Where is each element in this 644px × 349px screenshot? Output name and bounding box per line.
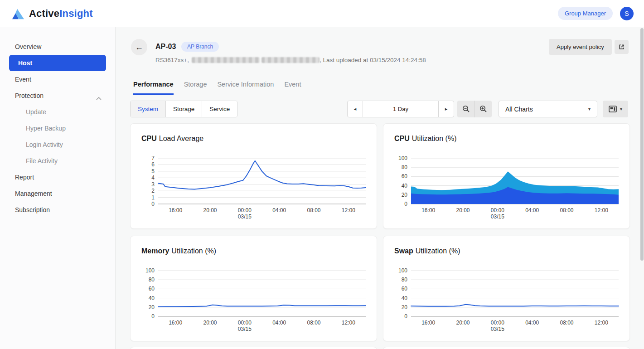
segment-service[interactable]: Service (202, 101, 237, 117)
time-range-navigator: ◂ 1 Day ▸ (347, 101, 454, 117)
detail-tabs: Performance Storage Service Information … (130, 77, 630, 95)
svg-text:20:00: 20:00 (203, 320, 217, 326)
svg-text:12:00: 12:00 (342, 320, 355, 326)
sidebar-item-overview[interactable]: Overview (0, 39, 115, 55)
chart-card-cpu-utilization: CPUUtilization (%) 02040608010016:0020:0… (383, 123, 630, 229)
svg-text:0: 0 (404, 201, 407, 207)
cpu-load-average-chart[interactable]: 0123456716:0020:0000:0003/1504:0008:0012… (131, 150, 378, 229)
svg-text:08:00: 08:00 (307, 320, 320, 326)
svg-text:08:00: 08:00 (560, 320, 573, 326)
svg-text:12:00: 12:00 (595, 320, 608, 326)
layout-options-button[interactable]: ▾ (603, 101, 628, 117)
zoom-out-icon (462, 105, 470, 113)
svg-text:03/15: 03/15 (238, 213, 252, 220)
sidebar-item-subscription[interactable]: Subscription (0, 202, 115, 218)
segment-system[interactable]: System (131, 101, 166, 117)
zoom-controls (457, 101, 492, 117)
external-link-icon (618, 44, 625, 50)
sidebar-item-file-activity[interactable]: File Activity (0, 153, 115, 169)
svg-text:80: 80 (402, 164, 408, 170)
sidebar-item-event[interactable]: Event (0, 71, 115, 87)
svg-text:12:00: 12:00 (342, 207, 355, 213)
svg-text:2: 2 (151, 188, 155, 194)
tab-event[interactable]: Event (284, 77, 301, 95)
svg-text:12:00: 12:00 (595, 207, 608, 213)
svg-text:60: 60 (402, 286, 408, 292)
svg-text:00:00: 00:00 (238, 320, 252, 326)
svg-text:0: 0 (151, 313, 155, 320)
redacted-serial (192, 57, 260, 63)
swap-utilization-chart[interactable]: 02040608010016:0020:0000:0003/1504:0008:… (383, 262, 630, 342)
chart-card-memory-utilization: MemoryUtilization (%) 02040608010016:002… (130, 236, 377, 341)
cpu-utilization-chart[interactable]: 02040608010016:0020:0000:0003/1504:0008:… (383, 150, 630, 229)
svg-text:40: 40 (149, 295, 155, 301)
svg-text:80: 80 (149, 276, 155, 283)
svg-text:08:00: 08:00 (307, 207, 320, 213)
zoom-in-button[interactable] (475, 101, 492, 117)
svg-text:100: 100 (398, 155, 407, 161)
sidebar-item-report[interactable]: Report (0, 169, 115, 185)
time-range-next-button[interactable]: ▸ (439, 101, 454, 117)
svg-text:20: 20 (149, 304, 155, 310)
sidebar-item-hyper-backup[interactable]: Hyper Backup (0, 120, 115, 136)
segment-storage[interactable]: Storage (166, 101, 202, 117)
sidebar-item-login-activity[interactable]: Login Activity (0, 136, 115, 153)
time-range-value[interactable]: 1 Day (363, 101, 439, 117)
open-external-button[interactable] (615, 40, 629, 54)
svg-text:16:00: 16:00 (169, 207, 182, 213)
svg-text:6: 6 (151, 161, 155, 168)
chart-card-swap-utilization: SwapUtilization (%) 02040608010016:0020:… (383, 236, 630, 341)
user-avatar[interactable]: S (620, 7, 634, 20)
group-manager-badge[interactable]: Group Manager (558, 7, 613, 20)
tab-storage[interactable]: Storage (184, 77, 207, 95)
svg-text:100: 100 (398, 267, 407, 274)
svg-text:03/15: 03/15 (238, 326, 252, 332)
back-button[interactable]: ← (131, 39, 147, 55)
svg-text:7: 7 (151, 155, 155, 161)
svg-text:16:00: 16:00 (421, 320, 435, 326)
svg-text:40: 40 (402, 295, 408, 301)
svg-text:20:00: 20:00 (456, 207, 470, 213)
svg-text:20: 20 (402, 192, 408, 198)
main-content: ← AP-03 AP Branch RS3617xs+,, Last uploa… (116, 27, 644, 349)
svg-text:40: 40 (402, 183, 408, 189)
chart-title: SwapUtilization (%) (394, 247, 460, 255)
chart-filter-dropdown[interactable]: All Charts ▾ (499, 101, 597, 117)
sidebar-item-update[interactable]: Update (0, 104, 115, 120)
svg-text:80: 80 (402, 276, 408, 283)
zoom-out-button[interactable] (457, 101, 475, 117)
sidebar-item-management[interactable]: Management (0, 185, 115, 202)
sidebar-item-protection[interactable]: Protection (0, 87, 115, 104)
sidebar: Overview Host Event Protection Update Hy… (0, 27, 116, 349)
tab-performance[interactable]: Performance (133, 77, 174, 95)
svg-text:1: 1 (151, 194, 155, 201)
brand-logo: ActiveInsight (0, 7, 93, 20)
svg-text:100: 100 (145, 267, 155, 274)
time-range-prev-button[interactable]: ◂ (348, 101, 363, 117)
svg-text:4: 4 (151, 174, 155, 181)
svg-text:03/15: 03/15 (491, 213, 504, 220)
right-arrow-icon: ▸ (445, 106, 448, 112)
back-arrow-icon: ← (135, 43, 143, 52)
top-bar: ActiveInsight Group Manager S (0, 0, 644, 27)
tab-service-information[interactable]: Service Information (217, 77, 274, 95)
host-subtitle: RS3617xs+,, Last uploaded at 03/15/2024 … (155, 57, 426, 63)
svg-text:0: 0 (404, 313, 407, 320)
left-arrow-icon: ◂ (354, 106, 357, 112)
svg-text:04:00: 04:00 (272, 320, 286, 326)
zoom-in-icon (479, 105, 487, 113)
svg-text:20:00: 20:00 (456, 320, 470, 326)
svg-text:0: 0 (151, 201, 155, 207)
svg-text:00:00: 00:00 (491, 320, 504, 326)
memory-utilization-chart[interactable]: 02040608010016:0020:0000:0003/1504:0008:… (131, 262, 378, 342)
vertical-scrollbar[interactable] (640, 28, 644, 261)
layout-grid-icon (609, 106, 617, 112)
svg-text:04:00: 04:00 (525, 207, 539, 213)
svg-text:16:00: 16:00 (421, 207, 435, 213)
redacted-address (261, 57, 320, 63)
chart-card-partial-left (130, 347, 377, 349)
apply-event-policy-button[interactable]: Apply event policy (549, 39, 612, 55)
page-title: AP-03 (155, 43, 176, 51)
sidebar-item-host[interactable]: Host (9, 55, 106, 71)
svg-text:04:00: 04:00 (525, 320, 539, 326)
